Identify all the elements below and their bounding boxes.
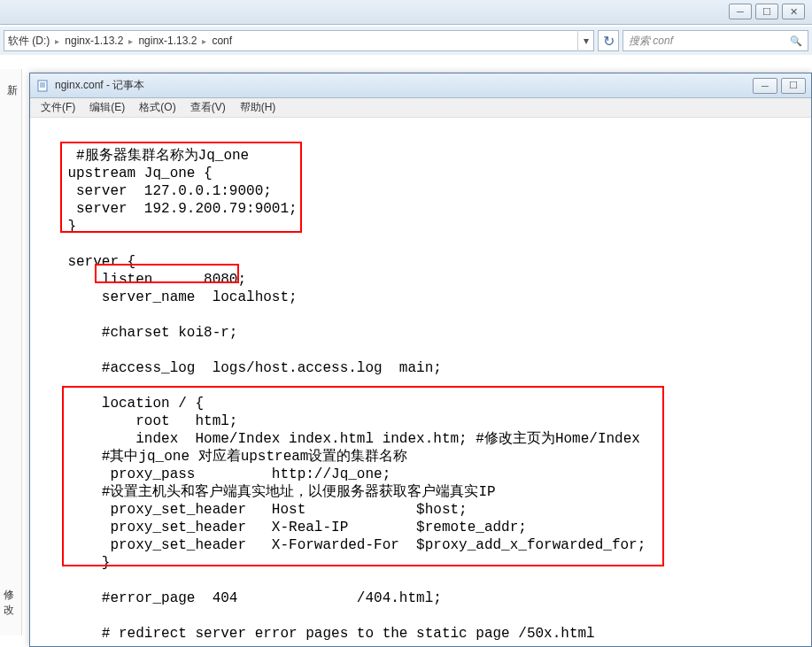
breadcrumb[interactable]: 软件 (D:) nginx-1.13.2 nginx-1.13.2 conf	[4, 30, 594, 51]
menu-edit[interactable]: 编辑(E)	[82, 98, 132, 117]
close-button[interactable]	[782, 4, 805, 19]
svg-rect-0	[38, 81, 47, 91]
explorer-toolbar: 软件 (D:) nginx-1.13.2 nginx-1.13.2 conf 搜…	[0, 27, 812, 55]
notepad-icon	[35, 79, 50, 93]
minimize-button[interactable]	[729, 4, 752, 19]
menu-view[interactable]: 查看(V)	[183, 98, 233, 117]
menu-format[interactable]: 格式(O)	[132, 98, 182, 117]
explorer-window-controls	[729, 4, 805, 19]
breadcrumb-seg-drive[interactable]: 软件 (D:)	[4, 34, 53, 49]
breadcrumb-dropdown-icon[interactable]	[577, 30, 593, 51]
notepad-window-controls	[753, 78, 806, 94]
explorer-titlebar	[0, 0, 812, 25]
notepad-menubar: 文件(F) 编辑(E) 格式(O) 查看(V) 帮助(H)	[30, 98, 811, 118]
sidebar-item[interactable]: 新	[7, 83, 18, 98]
chevron-icon	[53, 36, 61, 46]
notepad-title: nginx.conf - 记事本	[55, 78, 753, 93]
search-icon	[790, 35, 802, 47]
refresh-button[interactable]	[598, 30, 619, 51]
menu-help[interactable]: 帮助(H)	[233, 98, 283, 117]
explorer-sidebar: 新 修改	[0, 69, 22, 635]
search-input[interactable]: 搜索 conf	[623, 30, 808, 51]
notepad-window: nginx.conf - 记事本 文件(F) 编辑(E) 格式(O) 查看(V)…	[29, 73, 812, 647]
chevron-icon	[127, 36, 135, 46]
search-placeholder: 搜索 conf	[629, 34, 673, 49]
sidebar-item[interactable]: 修改	[4, 588, 21, 618]
chevron-icon	[200, 36, 208, 46]
notepad-textarea[interactable]: #服务器集群名称为Jq_one upstream Jq_one { server…	[30, 119, 811, 646]
maximize-button[interactable]	[781, 78, 806, 94]
minimize-button[interactable]	[753, 78, 777, 94]
breadcrumb-seg-folder2[interactable]: nginx-1.13.2	[135, 35, 200, 47]
menu-file[interactable]: 文件(F)	[34, 98, 82, 117]
breadcrumb-seg-folder3[interactable]: conf	[208, 35, 236, 47]
breadcrumb-seg-folder1[interactable]: nginx-1.13.2	[61, 35, 127, 47]
maximize-button[interactable]	[755, 4, 778, 19]
notepad-titlebar[interactable]: nginx.conf - 记事本	[30, 73, 811, 98]
